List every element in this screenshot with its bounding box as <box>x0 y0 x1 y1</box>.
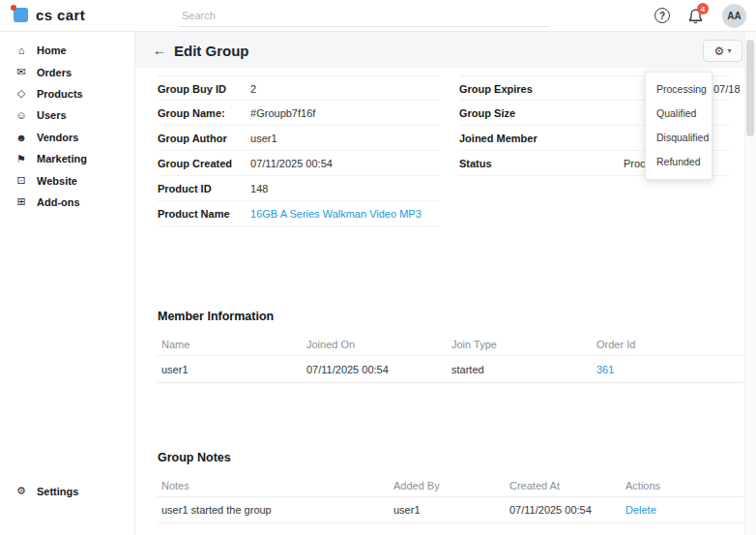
back-arrow-icon[interactable]: ← <box>153 43 166 58</box>
scrollbar-thumb[interactable] <box>746 40 754 136</box>
member-information-title: Member Information <box>158 310 274 323</box>
sidebar: ⌂ Home ✉ Orders ◇ Products ☺ Users ☻ Ven… <box>0 32 135 535</box>
order-id-link[interactable]: 361 <box>596 356 614 383</box>
sidebar-item-marketing[interactable]: ⚑ Marketing <box>0 148 134 169</box>
brand-text: cs cart <box>36 7 85 23</box>
home-icon: ⌂ <box>14 45 29 56</box>
sidebar-item-label: Home <box>37 45 67 56</box>
sidebar-item-home[interactable]: ⌂ Home <box>0 40 134 61</box>
delete-note-link[interactable]: Delete <box>625 497 656 523</box>
product-name-link[interactable]: 16GB A Series Walkman Video MP3 <box>250 208 422 220</box>
detail-value: #Groupb7f16f <box>250 107 315 119</box>
logo-cube-icon <box>14 8 28 22</box>
detail-value: 07/11/2025 00:54 <box>250 158 333 169</box>
detail-value: 2 <box>250 83 256 95</box>
detail-row-group-created: Group Created 07/11/2025 00:54 <box>158 151 440 176</box>
member-name: user1 <box>161 356 189 383</box>
logo-dot-icon <box>11 5 16 11</box>
sidebar-item-label: Vendors <box>37 132 78 143</box>
sidebar-item-users[interactable]: ☺ Users <box>0 104 134 126</box>
sidebar-item-website[interactable]: ⊡ Website <box>0 169 134 191</box>
chevron-down-icon: ▾ <box>727 47 731 55</box>
col-joined-on: Joined On <box>306 334 355 356</box>
status-option-qualified[interactable]: Qualified <box>646 102 712 126</box>
status-option-disqualified[interactable]: Disqualified <box>646 126 712 150</box>
note-created-at: 07/11/2025 00:54 <box>509 497 592 523</box>
sidebar-item-addons[interactable]: ⊞ Add-ons <box>0 192 134 213</box>
detail-row-group-author: Group Author user1 <box>158 126 440 151</box>
sidebar-item-label: Products <box>37 88 83 100</box>
orders-icon: ✉ <box>14 66 29 78</box>
note-added-by: user1 <box>393 497 421 523</box>
detail-row-group-name: Group Name: #Groupb7f16f <box>158 101 440 126</box>
member-joined-on: 07/11/2025 00:54 <box>306 356 389 383</box>
gear-icon: ⚙ <box>714 45 725 57</box>
help-icon[interactable]: ? <box>654 8 670 23</box>
detail-label: Joined Member <box>459 126 566 151</box>
cscart-logo[interactable]: cs cart <box>14 7 85 23</box>
settings-dropdown-button[interactable]: ⚙ ▾ <box>703 40 742 62</box>
detail-label: Group Created <box>158 151 247 176</box>
website-icon: ⊡ <box>14 174 29 187</box>
col-name: Name <box>161 334 189 356</box>
detail-label: Product ID <box>158 176 247 201</box>
member-table-header: Name Joined On Join Type Order Id <box>158 334 744 356</box>
detail-label: Status <box>459 151 566 176</box>
notes-table-row: user1 started the group user1 07/11/2025… <box>158 497 744 523</box>
sidebar-item-label: Settings <box>37 486 78 497</box>
detail-value: 148 <box>250 183 268 194</box>
status-option-refunded[interactable]: Refunded <box>646 150 712 174</box>
page-title: Edit Group <box>174 43 249 59</box>
sidebar-item-label: Add-ons <box>37 196 80 208</box>
marketing-icon: ⚑ <box>14 153 29 165</box>
col-order-id: Order Id <box>596 334 635 356</box>
detail-row-group-buy-id: Group Buy ID 2 <box>158 75 440 101</box>
search-input[interactable] <box>179 4 549 27</box>
detail-label: Group Author <box>158 126 247 151</box>
detail-value: 07/18 <box>713 76 741 102</box>
col-actions: Actions <box>625 474 660 497</box>
detail-label: Product Name <box>158 201 247 226</box>
member-join-type: started <box>451 356 484 383</box>
detail-label: Group Size <box>459 101 566 126</box>
notes-table-header: Notes Added By Created At Actions <box>158 474 744 497</box>
col-join-type: Join Type <box>451 334 497 356</box>
detail-row-product-id: Product ID 148 <box>158 176 440 201</box>
sidebar-item-products[interactable]: ◇ Products <box>0 83 134 104</box>
notification-badge: 4 <box>697 3 709 15</box>
sidebar-item-settings[interactable]: ⚙ Settings <box>0 481 135 502</box>
sidebar-item-label: Marketing <box>37 153 87 164</box>
sidebar-item-label: Users <box>37 109 67 121</box>
detail-label: Group Name: <box>158 101 247 126</box>
sidebar-item-label: Orders <box>37 67 72 78</box>
member-table-row: user1 07/11/2025 00:54 started 361 <box>158 356 744 383</box>
group-notes-title: Group Notes <box>158 451 231 464</box>
settings-gear-icon: ⚙ <box>14 485 29 497</box>
sidebar-item-orders[interactable]: ✉ Orders <box>0 61 134 82</box>
col-added-by: Added By <box>393 474 440 497</box>
detail-label: Group Buy ID <box>158 76 247 102</box>
sidebar-item-vendors[interactable]: ☻ Vendors <box>0 127 134 148</box>
vendors-icon: ☻ <box>14 132 29 143</box>
col-notes: Notes <box>161 474 189 497</box>
note-text: user1 started the group <box>161 497 272 523</box>
detail-row-product-name: Product Name 16GB A Series Walkman Video… <box>158 201 440 226</box>
addons-icon: ⊞ <box>14 195 29 208</box>
detail-value: user1 <box>250 133 277 144</box>
top-bar: cs cart ? 4 AA <box>0 0 756 32</box>
detail-label: Group Expires <box>459 76 566 102</box>
users-icon: ☺ <box>14 109 29 121</box>
sidebar-item-label: Website <box>37 175 77 187</box>
col-created-at: Created At <box>509 474 560 497</box>
avatar[interactable]: AA <box>722 4 746 28</box>
status-option-processing[interactable]: Processing <box>646 77 712 102</box>
status-dropdown-menu: Processing Qualified Disqualified Refund… <box>645 72 712 180</box>
products-icon: ◇ <box>14 87 29 100</box>
vertical-scrollbar <box>744 32 756 535</box>
